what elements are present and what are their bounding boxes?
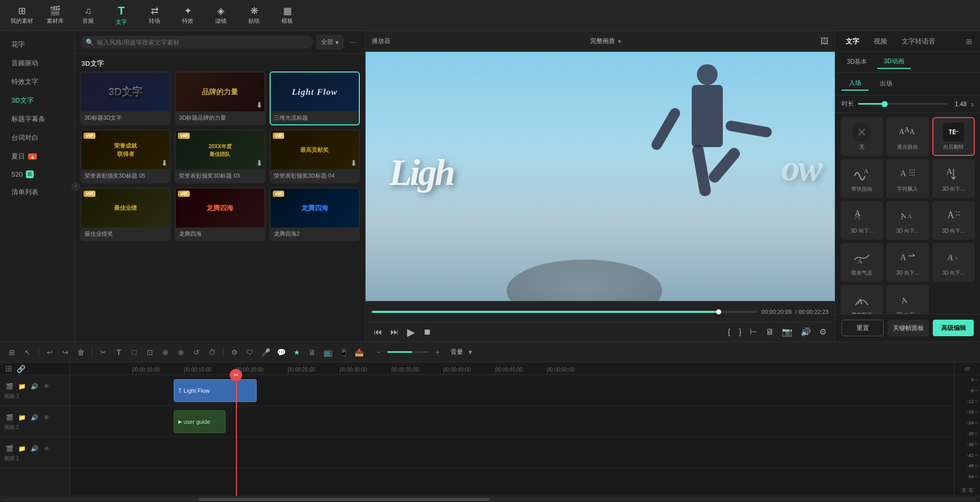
anim-3d-down6[interactable]: A A 3D 向下... [932, 243, 975, 282]
duration-slider[interactable] [858, 100, 947, 108]
anim-3d-down2[interactable]: A A 3D 向下... [841, 201, 883, 240]
anim-tab-enter[interactable]: 入场 [842, 77, 869, 91]
sidebar-item-effect-text[interactable]: 特效文字 [3, 73, 72, 91]
search-wrap[interactable]: 🔍 [80, 36, 313, 49]
skip-back-btn[interactable]: ⏮ [372, 326, 384, 338]
track2-audio-icon[interactable]: 🔊 [29, 412, 39, 423]
anim-spray[interactable]: A 喷射气流 [841, 243, 883, 282]
toolbar-item-transition[interactable]: ⇄ 转场 [138, 3, 171, 28]
card-award3[interactable]: VIP 最高贡献奖 ⬇ 荣誉表彰颁奖3D标题 04 [270, 130, 360, 183]
progress-thumb[interactable] [716, 309, 721, 314]
sidebar-item-3d-text[interactable]: 3D文字 [3, 92, 72, 109]
track2-folder-icon[interactable]: 📁 [17, 412, 27, 423]
clip-user-guide[interactable]: ▶ user guide [174, 410, 226, 433]
tl-text-btn[interactable]: T [112, 346, 125, 359]
reset-button[interactable]: 重置 [842, 320, 884, 336]
tl-redo-btn[interactable]: ↪ [59, 346, 72, 359]
toolbar-item-sticker[interactable]: ❋ 贴纸 [237, 3, 271, 28]
card-3d-text[interactable]: 3D文字 3D标题3D文字 [80, 71, 171, 125]
sidebar-item-audio-drive[interactable]: 音频驱动 [3, 54, 72, 72]
toolbar-item-my-material[interactable]: ⊞ 我的素材 [5, 3, 38, 28]
card-brand[interactable]: 品牌的力量 ⬇ 3D标题品牌的力量 [175, 71, 265, 125]
sidebar-item-summer[interactable]: 夏日 🔥 [3, 148, 72, 165]
tl-share-btn[interactable]: 📤 [352, 346, 366, 359]
toolbar-item-filter[interactable]: ◈ 滤镜 [204, 3, 237, 28]
track1-audio-icon[interactable]: 🔊 [29, 443, 39, 454]
link-track-btn[interactable]: 🔗 [16, 364, 26, 374]
sidebar-item-dialogue[interactable]: 台词对白 [3, 129, 72, 147]
anim-jump[interactable]: A A A 逐次跳动 [886, 117, 929, 156]
scrollbar-track[interactable] [4, 498, 976, 501]
tl-monitor2-btn[interactable]: 🖥 [305, 346, 319, 359]
snapshot-btn[interactable]: 📷 [780, 326, 794, 338]
tl-shield-btn[interactable]: 🛡 [243, 346, 257, 359]
tl-delete-btn[interactable]: 🗑 [74, 346, 88, 359]
monitor-btn[interactable]: 🖥 [763, 326, 776, 338]
filter-dropdown[interactable]: 全部 ▾ [316, 35, 343, 49]
track2-eye-icon[interactable]: 👁 [41, 412, 52, 423]
tl-cursor-btn[interactable]: ↖ [21, 346, 34, 359]
scrollbar-thumb[interactable] [199, 498, 490, 501]
more-options-btn[interactable]: ··· [346, 36, 360, 49]
anim-none[interactable]: 无 [841, 117, 883, 156]
duration-thumb[interactable] [881, 101, 888, 107]
progress-bar[interactable] [372, 311, 758, 313]
card-award4[interactable]: VIP 最佳业绩 最佳业绩奖 [80, 188, 171, 241]
search-input[interactable] [97, 39, 308, 46]
subtab-3d-basic[interactable]: 3D基本 [841, 55, 873, 68]
sidebar-item-flower[interactable]: 花字 [3, 36, 72, 53]
bottom-scrollbar[interactable] [0, 496, 980, 502]
card-dragon1[interactable]: VIP 龙腾四海 龙腾四海 [175, 188, 265, 241]
anim-wave[interactable]: A 带状扭动 [841, 159, 883, 198]
split-btn[interactable]: ⊢ [748, 326, 759, 338]
track3-eye-icon[interactable]: 👁 [41, 381, 52, 392]
track1-folder-icon[interactable]: 📁 [17, 443, 27, 454]
tl-select-btn[interactable]: ⊞ [5, 346, 19, 359]
track3-folder-icon[interactable]: 📁 [17, 381, 27, 392]
settings-btn[interactable]: ⚙ [817, 326, 829, 338]
tl-rotate-btn[interactable]: ↺ [190, 346, 203, 359]
volume-btn[interactable]: 🔊 [799, 326, 813, 338]
timeline-scroll[interactable]: 00:00:10:00 00:00:15:00 00:00:20:00 00:0… [70, 363, 954, 496]
card-award1[interactable]: VIP 荣誉成就联得者 ⬇ 荣誉表彰颁奖3D标题 05 [80, 130, 171, 183]
quality-selector[interactable]: 完整画质 ▾ [590, 37, 621, 46]
tl-mic-btn[interactable]: 🎤 [259, 346, 272, 359]
add-track-top-btn[interactable]: ⊞ [3, 364, 13, 374]
keyframe-panel-button[interactable]: 关键帧面板 [888, 320, 929, 336]
zoom-in-btn[interactable]: ＋ [431, 346, 444, 359]
toolbar-item-template[interactable]: ▦ 模板 [271, 3, 304, 28]
tl-settings2-btn[interactable]: ⚙ [228, 346, 241, 359]
track1-eye-icon[interactable]: 👁 [41, 443, 52, 454]
zoom-out-btn[interactable]: － [372, 346, 385, 359]
anim-3d-down1[interactable]: A 3D 向下... [932, 159, 975, 198]
card-award2[interactable]: VIP 20XX年度最佳团队 ⬇ 荣誉表彰颁奖3D标题 03 [175, 130, 265, 183]
tab-text[interactable]: 文字 [839, 34, 865, 49]
tl-star-btn[interactable]: ★ [290, 346, 303, 359]
tl-split-btn[interactable]: ⊡ [143, 346, 157, 359]
anim-3d-down7[interactable]: A 3D 向下... [886, 285, 929, 314]
tl-monitor3-btn[interactable]: 📺 [321, 346, 334, 359]
anim-3d-down3[interactable]: A A 3D 向下... [886, 201, 929, 240]
anim-flip-back[interactable]: TE⌐ 向后翻转 [932, 117, 975, 156]
panel-icon-btn[interactable]: ⊞ [962, 35, 976, 48]
tl-caption-btn[interactable]: 💬 [274, 346, 288, 359]
clip-light-flow[interactable]: T Light Flow [174, 379, 257, 402]
tl-ungroup-btn[interactable]: ⊗ [174, 346, 188, 359]
tab-tts[interactable]: 文字转语音 [895, 34, 942, 49]
play-btn[interactable]: ▶ [405, 325, 417, 339]
tl-phone-btn[interactable]: 📱 [337, 346, 350, 359]
sidebar-item-wishlist[interactable]: 清单列表 [3, 183, 72, 201]
bracket-left-btn[interactable]: { [725, 326, 732, 338]
anim-tab-exit[interactable]: 出场 [873, 77, 900, 90]
sidebar-item-subtitle[interactable]: 标题字幕条 [3, 110, 72, 128]
toolbar-item-audio[interactable]: ♫ 音频 [72, 3, 105, 28]
subtab-3d-anim[interactable]: 3D动画 [877, 55, 910, 69]
toolbar-item-material-lib[interactable]: 🎬 素材库 [38, 3, 72, 28]
tl-crop-btn[interactable]: □ [128, 346, 141, 359]
anim-type[interactable]: A 字符飘入 [886, 159, 929, 198]
track3-audio-icon[interactable]: 🔊 [29, 381, 39, 392]
anim-3d-down5[interactable]: A 3D 向下... [886, 243, 929, 282]
bracket-right-btn[interactable]: } [737, 326, 744, 338]
tl-undo-btn[interactable]: ↩ [43, 346, 57, 359]
card-dragon2[interactable]: VIP 龙腾四海 龙腾四海2 [270, 188, 360, 241]
